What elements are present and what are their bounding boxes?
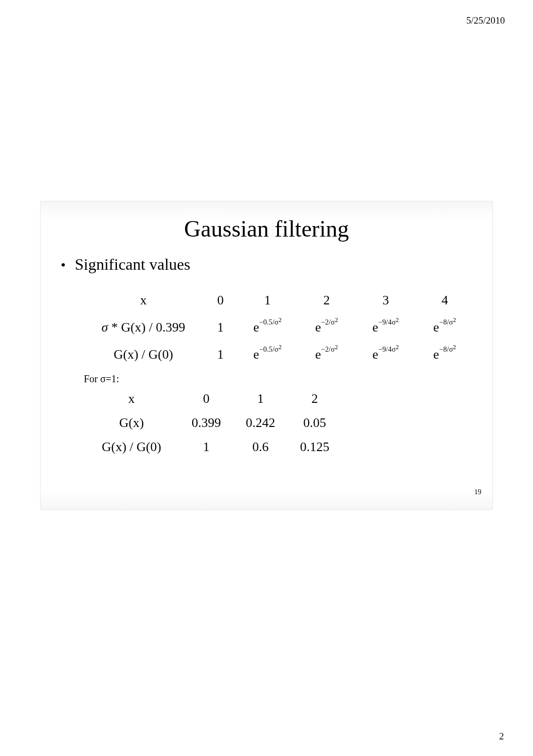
exponent-text: −8/σ [439,318,453,326]
table-row: x 0 1 2 3 4 [84,287,474,314]
cell-row-label: σ * G(x) / 0.399 [84,314,203,341]
cell: 1 [203,314,238,341]
exponent-text: −9/4σ [378,318,396,326]
cell: 3 [356,287,416,314]
table-row: G(x) 0.399 0.242 0.05 [84,411,342,435]
cell: e−9/4σ2 [356,341,416,368]
cell: e−9/4σ2 [356,314,416,341]
cell: 0 [179,387,233,411]
slide-title: Gaussian filtering [59,215,474,242]
slide-content: x 0 1 2 3 4 σ * G(x) / 0.399 1 e−0.5/σ2 … [84,287,474,459]
func-label: G(x) / 0.399 [121,320,185,335]
exponent-text: −9/4σ [378,345,396,353]
for-sigma-label: For σ=1: [84,373,474,385]
cell: 1 [203,341,238,368]
bullet-text: Significant values [75,255,190,274]
cell: 1 [179,435,233,459]
exponent-text: −0.5/σ [259,318,279,326]
cell-row-label: G(x) / G(0) [84,341,203,368]
table-row: σ * G(x) / 0.399 1 e−0.5/σ2 e−2/σ2 e−9/4… [84,314,474,341]
cell: 0.242 [233,411,288,435]
table-row: x 0 1 2 [84,387,342,411]
cell: 0 [203,287,238,314]
cell: e−0.5/σ2 [238,341,297,368]
table-row: G(x) / G(0) 1 0.6 0.125 [84,435,342,459]
cell: e−8/σ2 [415,341,474,368]
cell: 4 [415,287,474,314]
cell: 0.05 [288,411,342,435]
cell-x-label: x [84,287,203,314]
cell-row-label: G(x) / G(0) [84,435,179,459]
exponent-text: −2/σ [321,345,335,353]
exponent-text: −8/σ [439,345,453,353]
page-number: 2 [499,731,504,742]
table-row: G(x) / G(0) 1 e−0.5/σ2 e−2/σ2 e−9/4σ2 e−… [84,341,474,368]
cell: 0.399 [179,411,233,435]
star-symbol: * [111,320,118,335]
slide-card: Gaussian filtering • Significant values … [40,201,493,510]
cell: e−0.5/σ2 [238,314,297,341]
cell: 0.125 [288,435,342,459]
cell: 0.6 [233,435,288,459]
table-sigma1: x 0 1 2 G(x) 0.399 0.242 0.05 G(x) / G(0… [84,387,342,459]
cell-row-label: G(x) [84,411,179,435]
cell: e−8/σ2 [415,314,474,341]
page-date: 5/25/2010 [466,15,505,26]
slide-number: 19 [474,488,481,496]
cell-x-label: x [84,387,179,411]
bullet-item: • Significant values [59,255,474,274]
cell: 1 [238,287,297,314]
table-general: x 0 1 2 3 4 σ * G(x) / 0.399 1 e−0.5/σ2 … [84,287,474,368]
cell: 1 [233,387,288,411]
cell: e−2/σ2 [297,314,356,341]
exponent-text: −0.5/σ [259,345,279,353]
sigma-symbol: σ [101,320,108,335]
cell: e−2/σ2 [297,341,356,368]
cell: 2 [297,287,356,314]
exponent-text: −2/σ [321,318,335,326]
cell: 2 [288,387,342,411]
bullet-dot-icon: • [59,258,68,272]
